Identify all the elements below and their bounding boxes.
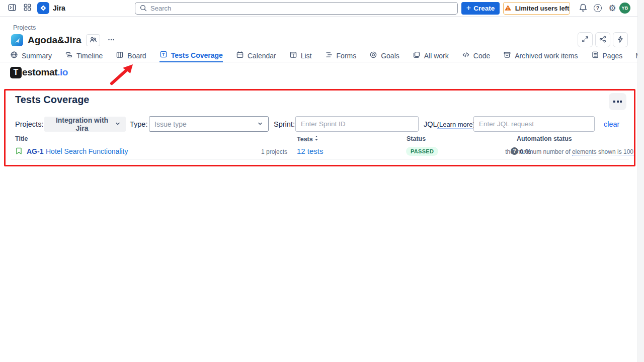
jql-filter-label: JQL(Learn more): bbox=[424, 116, 477, 133]
column-header-status: Status bbox=[407, 135, 426, 142]
page-scrollbar[interactable] bbox=[637, 0, 644, 362]
testomat-logo-text: estomat bbox=[22, 67, 57, 78]
tab-forms[interactable]: Forms bbox=[325, 49, 357, 62]
tab-label: Calendar bbox=[248, 52, 276, 60]
app-name-label: Jira bbox=[53, 4, 65, 12]
page-title: Agoda&Jira bbox=[28, 35, 82, 46]
testomat-logo-tld: .io bbox=[57, 67, 68, 78]
tests-coverage-icon bbox=[159, 50, 168, 60]
share-icon bbox=[599, 35, 607, 45]
issue-key-link[interactable]: AG-1 bbox=[27, 147, 43, 155]
share-button[interactable] bbox=[595, 32, 610, 47]
plus-icon: + bbox=[466, 4, 471, 12]
avatar[interactable]: YB bbox=[619, 3, 630, 14]
column-header-tests[interactable]: Tests bbox=[297, 135, 318, 143]
tab-label: List bbox=[301, 52, 312, 60]
user-avatar-container: YB bbox=[619, 3, 630, 14]
create-button[interactable]: + Create bbox=[461, 2, 500, 15]
ellipsis-icon bbox=[107, 36, 115, 45]
issue-type-select[interactable]: Issue type bbox=[149, 116, 269, 132]
calendar-icon bbox=[236, 51, 244, 60]
settings-button[interactable]: ⚙ bbox=[606, 0, 619, 16]
project-members-button[interactable] bbox=[86, 34, 100, 46]
testomat-logo-icon: T bbox=[10, 67, 22, 78]
tab-all-work[interactable]: All work bbox=[413, 49, 449, 62]
tab-goals[interactable]: Goals bbox=[369, 49, 399, 62]
tests-coverage-panel: Tests Coverage Projects: Integration wit… bbox=[4, 89, 635, 166]
gear-icon: ⚙ bbox=[608, 3, 616, 14]
annotation-arrow-icon bbox=[105, 61, 137, 87]
tab-board[interactable]: Board bbox=[116, 49, 146, 62]
tab-label: Goals bbox=[381, 52, 399, 60]
column-header-title: Title bbox=[15, 135, 28, 142]
jql-label-text: JQL bbox=[424, 120, 437, 128]
status-badge: PASSED bbox=[406, 147, 438, 156]
app-switcher-button[interactable] bbox=[21, 0, 33, 16]
help-button[interactable]: ? bbox=[591, 0, 604, 16]
breadcrumb[interactable]: Projects bbox=[13, 24, 36, 31]
sprint-id-input[interactable] bbox=[295, 116, 419, 132]
projects-dropdown-value: Integration with Jira bbox=[49, 116, 115, 132]
automation-button[interactable] bbox=[613, 32, 628, 47]
tab-label: Tests Coverage bbox=[171, 51, 223, 59]
note-underlined: elements shown is 100 bbox=[572, 148, 633, 156]
forms-icon bbox=[325, 51, 333, 60]
issue-title-link[interactable]: Hotel Search Functionality bbox=[46, 147, 128, 155]
type-filter-label: Type: bbox=[130, 116, 147, 132]
fullscreen-button[interactable] bbox=[578, 32, 593, 47]
jira-home-link[interactable]: Jira bbox=[37, 0, 65, 16]
lightning-icon bbox=[616, 35, 624, 45]
max-elements-note: the maximum number of elements shown is … bbox=[505, 148, 633, 155]
tab-label: Board bbox=[127, 52, 146, 60]
search-icon bbox=[139, 4, 147, 14]
notifications-button[interactable] bbox=[577, 0, 590, 16]
create-button-label: Create bbox=[473, 5, 495, 12]
header-actions bbox=[578, 32, 628, 47]
testomat-logo: T estomat .io bbox=[10, 66, 68, 78]
project-header: Agoda&Jira bbox=[11, 33, 118, 47]
tab-label: Summary bbox=[22, 52, 52, 60]
limited-users-button[interactable]: Limited users left bbox=[503, 2, 570, 15]
project-tabs: Summary Timeline Board Tests Coverage Ca… bbox=[10, 49, 644, 62]
project-more-button[interactable] bbox=[105, 34, 118, 46]
table-row: AG-1 Hotel Search Functionality 1 projec… bbox=[4, 145, 635, 158]
tab-summary[interactable]: Summary bbox=[10, 49, 52, 62]
tests-header-label: Tests bbox=[297, 136, 313, 143]
board-icon bbox=[116, 51, 124, 60]
tests-count-link[interactable]: 12 tests bbox=[297, 147, 324, 155]
archive-icon bbox=[503, 51, 511, 60]
sort-icon bbox=[314, 135, 318, 143]
tab-timeline[interactable]: Timeline bbox=[65, 49, 103, 62]
tab-calendar[interactable]: Calendar bbox=[236, 49, 276, 62]
timeline-icon bbox=[65, 51, 73, 60]
clear-filters-link[interactable]: clear bbox=[604, 116, 619, 132]
globe-icon bbox=[10, 51, 18, 60]
sidebar-toggle-button[interactable] bbox=[6, 0, 18, 16]
tab-list[interactable]: List bbox=[289, 49, 312, 62]
app-grid-icon bbox=[23, 3, 32, 13]
projects-dropdown[interactable]: Integration with Jira bbox=[44, 117, 126, 132]
sprint-filter-label: Sprint: bbox=[274, 116, 295, 132]
tab-archived-work-items[interactable]: Archived work items bbox=[503, 49, 578, 62]
people-icon bbox=[89, 36, 97, 45]
project-avatar-icon bbox=[11, 34, 23, 46]
dots-icon bbox=[613, 101, 615, 103]
pages-icon bbox=[591, 51, 599, 60]
tab-tests-coverage[interactable]: Tests Coverage bbox=[159, 49, 223, 62]
learn-more-link[interactable]: (Learn more) bbox=[437, 121, 475, 129]
expand-icon bbox=[581, 35, 589, 45]
chevron-down-icon bbox=[257, 120, 263, 128]
global-search bbox=[135, 2, 458, 15]
panel-more-button[interactable] bbox=[609, 93, 626, 110]
jql-request-input[interactable] bbox=[473, 116, 595, 132]
tab-label: Code bbox=[473, 52, 490, 60]
filters-row: Projects: Integration with Jira Type: Is… bbox=[4, 116, 635, 132]
bell-icon bbox=[579, 3, 588, 14]
all-work-icon bbox=[413, 51, 421, 60]
tab-code[interactable]: Code bbox=[462, 49, 490, 62]
note-prefix: the maximum number of bbox=[505, 148, 572, 155]
search-input[interactable] bbox=[135, 2, 458, 15]
column-header-automation: Automation status bbox=[517, 135, 572, 142]
tab-pages[interactable]: Pages bbox=[591, 49, 623, 62]
list-grid-icon bbox=[289, 51, 297, 60]
